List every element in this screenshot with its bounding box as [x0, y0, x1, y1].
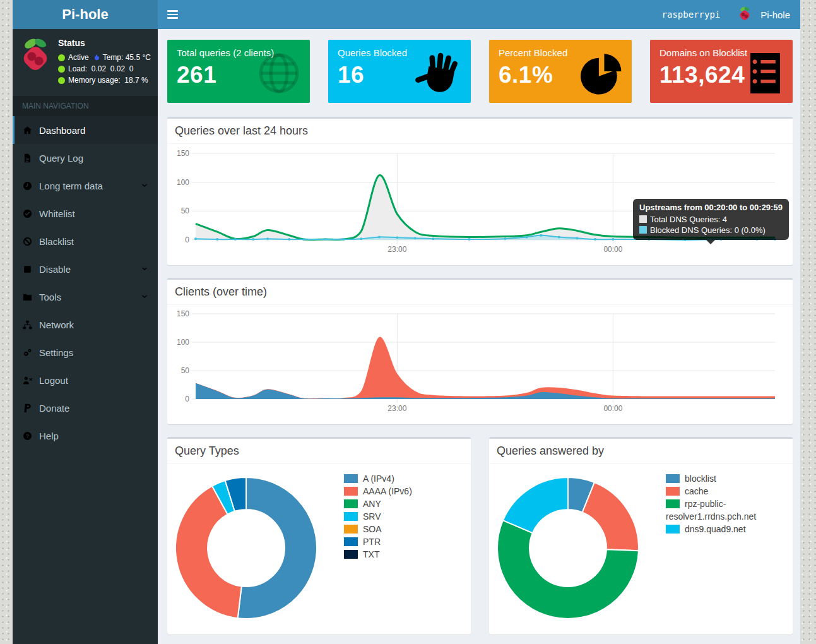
- sidebar-item-label: Blacklist: [39, 236, 74, 247]
- card-queries-blocked[interactable]: Queries Blocked 16: [328, 40, 471, 103]
- hand-icon: [415, 49, 464, 98]
- sidebar-item-label: Settings: [39, 347, 73, 358]
- card-total-queries-2-clients[interactable]: Total queries (2 clients) 261: [167, 40, 310, 103]
- legend-swatch: [344, 537, 358, 546]
- donate-icon: [22, 403, 33, 414]
- globe-icon: [254, 49, 304, 98]
- query-types-donut-chart[interactable]: [170, 472, 322, 624]
- card-percent-blocked[interactable]: Percent Blocked 6.1%: [489, 40, 632, 103]
- legend-item-a-ipv4[interactable]: A (IPv4): [344, 472, 464, 485]
- card-domains-on-blocklist[interactable]: Domains on Blocklist 113,624: [650, 40, 793, 103]
- pihole-admin-page: Pi-hole raspberrypi Pi-hole Status: [13, 0, 800, 644]
- sidebar-item-network[interactable]: Network: [13, 311, 158, 338]
- legend-swatch: [344, 474, 358, 483]
- status-temp: Temp: 45.5 °C: [103, 53, 151, 62]
- sidebar-item-logout[interactable]: Logout: [13, 366, 158, 394]
- brand-text: Pi-hole: [62, 6, 108, 22]
- svg-text:100: 100: [177, 178, 189, 187]
- legend-swatch: [666, 474, 680, 483]
- status-dot: [58, 66, 65, 73]
- chevron-down-icon: [140, 181, 149, 190]
- check-circle-icon: [22, 208, 33, 219]
- sidebar-item-blacklist[interactable]: Blacklist: [13, 227, 158, 255]
- status-active-row: Active Temp: 45.5 °C: [58, 53, 151, 62]
- sidebar-item-settings[interactable]: Settings: [13, 338, 158, 366]
- legend-item-soa[interactable]: SOA: [344, 523, 464, 535]
- sidebar-item-label: Help: [39, 431, 59, 441]
- product-label: Pi-hole: [760, 9, 790, 20]
- legend-item-txt[interactable]: TXT: [344, 548, 464, 561]
- query-types-title: Query Types: [167, 439, 471, 464]
- sidebar-item-label: Whitelist: [39, 208, 75, 219]
- logout-icon: [22, 375, 33, 386]
- summary-cards-row: Total queries (2 clients) 261 Queries Bl…: [167, 40, 793, 103]
- sidebar-item-label: Dashboard: [39, 125, 85, 136]
- legend-item-ptr[interactable]: PTR: [344, 535, 464, 548]
- file-icon: [22, 153, 33, 164]
- legend-swatch: [344, 487, 358, 496]
- help-icon: [22, 431, 33, 441]
- sidebar-item-whitelist[interactable]: Whitelist: [13, 200, 158, 227]
- queries-over-time-chart[interactable]: 05010015023:0000:00: [167, 144, 793, 261]
- sidebar-item-label: Network: [39, 319, 74, 330]
- clients-over-time-chart[interactable]: 05010015023:0000:00: [167, 305, 793, 420]
- svg-text:0: 0: [185, 395, 189, 403]
- chevron-down-icon: [140, 292, 149, 301]
- legend-swatch: [344, 499, 358, 508]
- legend-swatch: [344, 525, 358, 534]
- status-load-row: Load: 0.02 0.02 0: [58, 64, 151, 73]
- status-memory: Memory usage: 18.7 %: [68, 76, 148, 85]
- legend-item-any[interactable]: ANY: [344, 498, 464, 510]
- answered-by-legend: blocklistcacherpz-public-resolver1.rrdns…: [666, 472, 786, 535]
- status-dot: [58, 77, 65, 84]
- sidebar-item-help[interactable]: Help: [13, 422, 158, 450]
- raspberry-logo: [19, 37, 52, 78]
- legend-item-blocklist[interactable]: blocklist: [666, 472, 786, 485]
- sidebar-item-label: Disable: [39, 264, 71, 275]
- home-icon: [22, 125, 33, 136]
- legend-item-aaaa-ipv6[interactable]: AAAA (IPv6): [344, 485, 464, 498]
- stop-icon: [22, 264, 33, 275]
- hostname-label: raspberrypi: [662, 9, 721, 20]
- status-dot: [58, 54, 65, 61]
- content-area: Total queries (2 clients) 261 Queries Bl…: [158, 29, 800, 644]
- donut-panels-row: Query Types A (IPv4)AAAA (IPv6)ANYSRVSOA…: [167, 437, 793, 644]
- gears-icon: [22, 347, 33, 358]
- queries-over-time-panel: Queries over last 24 hours 05010015023:0…: [167, 117, 793, 265]
- svg-text:00:00: 00:00: [603, 245, 622, 254]
- answered-by-panel: Queries answered by blocklistcacherpz-pu…: [489, 437, 793, 635]
- sidebar-item-label: Tools: [39, 292, 61, 302]
- svg-text:150: 150: [177, 149, 189, 158]
- legend-item-srv[interactable]: SRV: [344, 510, 464, 523]
- status-memory-row: Memory usage: 18.7 %: [58, 76, 151, 85]
- sidebar-item-donate[interactable]: Donate: [13, 394, 158, 422]
- status-active-label: Active: [68, 53, 89, 62]
- sidebar-item-disable[interactable]: Disable: [13, 255, 158, 283]
- flame-icon: [92, 54, 100, 62]
- brand-logo[interactable]: Pi-hole: [13, 0, 158, 29]
- answered-by-title: Queries answered by: [489, 439, 793, 464]
- queries-panel-title: Queries over last 24 hours: [167, 119, 793, 144]
- answered-by-donut-chart[interactable]: [492, 472, 644, 624]
- svg-text:23:00: 23:00: [387, 404, 406, 413]
- status-panel: Status Active Temp: 45.5 °C Load: 0.02 0…: [13, 29, 158, 96]
- sidebar-item-label: Donate: [39, 403, 69, 414]
- sidebar-item-dashboard[interactable]: Dashboard: [13, 116, 158, 144]
- sidebar-item-label: Long term data: [39, 181, 103, 191]
- svg-text:23:00: 23:00: [387, 245, 406, 254]
- svg-text:0: 0: [185, 236, 189, 244]
- folder-icon: [22, 292, 33, 302]
- svg-text:50: 50: [181, 206, 190, 215]
- sidebar-item-long-term-data[interactable]: Long term data: [13, 172, 158, 200]
- legend-item-rpz-public-resolver1-rrdns-pch-net[interactable]: rpz-public-resolver1.rrdns.pch.net: [666, 498, 786, 523]
- legend-item-cache[interactable]: cache: [666, 485, 786, 498]
- svg-text:00:00: 00:00: [603, 404, 622, 413]
- sidebar-section-label: MAIN NAVIGATION: [13, 96, 158, 116]
- sidebar-item-query-log[interactable]: Query Log: [13, 144, 158, 172]
- legend-item-dns9-quad9-net[interactable]: dns9.quad9.net: [666, 523, 786, 535]
- sidebar-item-tools[interactable]: Tools: [13, 283, 158, 311]
- sidebar-toggle-button[interactable]: [158, 0, 187, 29]
- chevron-down-icon: [140, 265, 149, 273]
- svg-text:150: 150: [177, 309, 189, 318]
- network-icon: [22, 319, 33, 330]
